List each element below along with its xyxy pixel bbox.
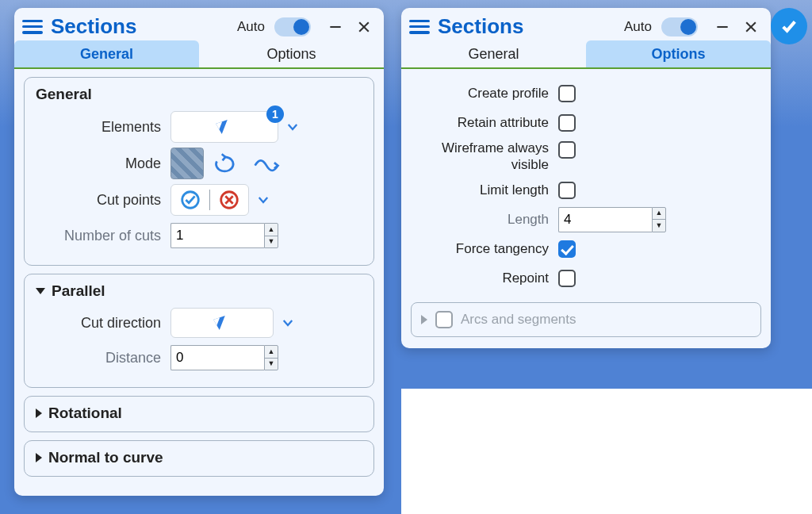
- cut-direction-dropdown[interactable]: [280, 315, 296, 331]
- mode-hatch-icon[interactable]: [170, 148, 204, 179]
- group-normal-to-curve: Normal to curve: [24, 440, 374, 477]
- length-spinner: ▲ ▼: [558, 207, 666, 232]
- distance-spinner: ▲ ▼: [170, 345, 278, 370]
- arcs-segments-label: Arcs and segments: [461, 312, 576, 328]
- create-profile-label: Create profile: [411, 86, 558, 102]
- group-general-header: General: [36, 86, 362, 103]
- repoint-checkbox[interactable]: [558, 270, 576, 287]
- auto-toggle[interactable]: [274, 17, 311, 36]
- caret-right-icon: [421, 315, 427, 324]
- titlebar: Sections Auto: [14, 8, 384, 40]
- minimize-button[interactable]: [325, 17, 346, 37]
- mode-label: Mode: [36, 155, 170, 172]
- cut-points-accept-icon[interactable]: [171, 185, 209, 215]
- cut-points-segmented: [170, 184, 249, 216]
- wireframe-visible-label: Wireframe always visible: [411, 140, 558, 174]
- length-label: Length: [411, 212, 558, 228]
- elements-label: Elements: [36, 119, 170, 136]
- group-parallel-header[interactable]: Parallel: [36, 282, 362, 300]
- cut-direction-selector[interactable]: [170, 308, 274, 338]
- auto-label: Auto: [237, 19, 265, 35]
- force-tangency-checkbox[interactable]: [558, 240, 576, 258]
- number-of-cuts-input[interactable]: [170, 223, 264, 248]
- length-down[interactable]: ▼: [653, 219, 665, 232]
- number-of-cuts-up[interactable]: ▲: [265, 224, 278, 236]
- tab-options[interactable]: Options: [199, 40, 384, 67]
- number-of-cuts-label: Number of cuts: [36, 228, 170, 244]
- cursor-icon: [216, 117, 232, 133]
- group-parallel-title: Parallel: [52, 282, 105, 300]
- wireframe-visible-checkbox[interactable]: [558, 141, 576, 159]
- caret-right-icon: [36, 409, 42, 418]
- retain-attribute-checkbox[interactable]: [558, 114, 576, 132]
- limit-length-label: Limit length: [411, 182, 558, 198]
- confirm-button[interactable]: [771, 8, 807, 44]
- hamburger-icon[interactable]: [409, 18, 430, 36]
- create-profile-checkbox[interactable]: [558, 85, 576, 102]
- group-arcs-segments[interactable]: Arcs and segments: [411, 302, 761, 337]
- cut-direction-label: Cut direction: [36, 315, 170, 332]
- length-up[interactable]: ▲: [653, 208, 665, 220]
- cut-points-dropdown[interactable]: [255, 192, 271, 208]
- number-of-cuts-down[interactable]: ▼: [265, 236, 278, 248]
- close-button[interactable]: [741, 17, 761, 37]
- auto-label: Auto: [624, 19, 652, 35]
- tab-bar: General Options: [401, 40, 771, 69]
- distance-input[interactable]: [170, 345, 264, 370]
- auto-toggle[interactable]: [661, 17, 698, 36]
- group-rotational-header[interactable]: Rotational: [36, 405, 362, 422]
- group-normal-header[interactable]: Normal to curve: [36, 449, 362, 466]
- elements-dropdown[interactable]: [285, 119, 301, 135]
- repoint-label: Repoint: [411, 270, 558, 286]
- group-general: General Elements 1 Mode: [24, 77, 374, 266]
- distance-down[interactable]: ▼: [265, 358, 278, 370]
- group-parallel: Parallel Cut direction Distance: [24, 274, 374, 388]
- mode-loop-icon[interactable]: [210, 148, 243, 179]
- group-rotational: Rotational: [24, 396, 374, 432]
- tab-bar: General Options: [14, 40, 384, 69]
- limit-length-checkbox[interactable]: [558, 182, 576, 199]
- cut-points-reject-icon[interactable]: [210, 185, 248, 215]
- mode-wave-icon[interactable]: [250, 148, 283, 179]
- panel-title: Sections: [51, 14, 136, 39]
- titlebar: Sections Auto: [401, 8, 771, 40]
- tab-general[interactable]: General: [401, 40, 586, 67]
- background-fill: [401, 389, 812, 514]
- length-input[interactable]: [558, 207, 652, 232]
- close-button[interactable]: [354, 17, 374, 37]
- cut-points-label: Cut points: [36, 192, 170, 209]
- panel-title: Sections: [438, 14, 523, 39]
- force-tangency-label: Force tangency: [411, 241, 558, 257]
- distance-label: Distance: [36, 350, 170, 366]
- tab-general[interactable]: General: [14, 40, 199, 67]
- elements-count-badge: 1: [266, 105, 284, 123]
- sections-panel-options: Sections Auto General Options Create pro…: [401, 8, 771, 348]
- sections-panel-general: Sections Auto General Options General El…: [14, 8, 384, 496]
- group-general-title: General: [36, 86, 92, 103]
- caret-right-icon: [36, 453, 42, 462]
- tab-options[interactable]: Options: [586, 40, 771, 67]
- arcs-segments-checkbox[interactable]: [435, 311, 453, 328]
- caret-down-icon: [36, 288, 45, 294]
- group-rotational-title: Rotational: [48, 405, 122, 422]
- minimize-button[interactable]: [712, 17, 733, 37]
- group-normal-title: Normal to curve: [48, 449, 163, 466]
- retain-attribute-label: Retain attribute: [411, 115, 558, 131]
- number-of-cuts-spinner: ▲ ▼: [170, 223, 278, 248]
- cursor-icon: [213, 313, 229, 329]
- hamburger-icon[interactable]: [22, 18, 43, 36]
- distance-up[interactable]: ▲: [265, 346, 278, 358]
- elements-selector[interactable]: 1: [170, 111, 278, 143]
